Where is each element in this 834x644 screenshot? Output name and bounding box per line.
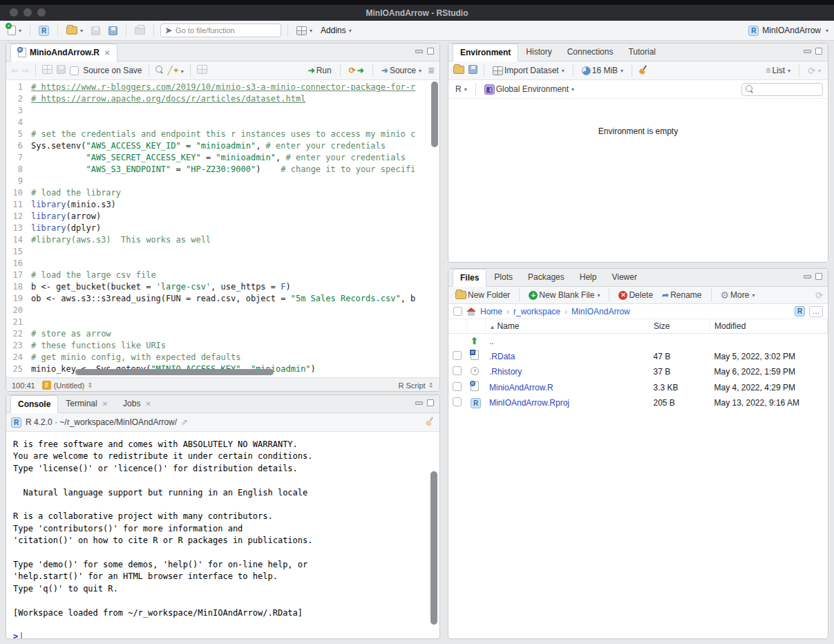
window-controls[interactable] xyxy=(10,8,46,17)
breadcrumb-home[interactable]: Home xyxy=(480,307,502,316)
breadcrumb-project[interactable]: MinIOAndArrow xyxy=(571,307,630,316)
tab-packages[interactable]: Packages xyxy=(520,268,572,286)
code-line[interactable]: 12library(arrow) xyxy=(6,211,439,222)
maximize-pane-icon[interactable] xyxy=(427,399,434,406)
code-line[interactable]: 4 xyxy=(6,117,439,129)
save-button[interactable] xyxy=(89,25,102,37)
print-button[interactable] xyxy=(133,26,147,36)
rerun-button[interactable]: ⟳➜ xyxy=(347,64,366,77)
refresh-environment-button[interactable]: ⟳▾ xyxy=(806,64,823,77)
minimize-pane-icon[interactable] xyxy=(804,50,811,53)
tab-help[interactable]: Help xyxy=(572,268,605,286)
code-line[interactable]: 24# get minio config, with expected defa… xyxy=(6,352,439,363)
code-line[interactable]: 9 xyxy=(6,176,439,187)
editor-tab-minioandarrow[interactable]: R MinioAndArrow.R ✕ xyxy=(10,44,117,61)
pane-layout-button[interactable]: ▾ xyxy=(294,25,314,37)
code-line[interactable]: 15 xyxy=(6,246,439,258)
select-all-checkbox[interactable] xyxy=(453,307,462,316)
tab-connections[interactable]: Connections xyxy=(560,43,621,61)
file-checkbox[interactable] xyxy=(453,366,462,375)
code-line[interactable]: 1# https://www.r-bloggers.com/2019/10/mi… xyxy=(6,82,439,93)
console-prompt-line[interactable]: > xyxy=(13,631,427,639)
vertical-scrollbar[interactable] xyxy=(431,82,438,147)
file-checkbox[interactable] xyxy=(453,397,462,406)
source-button[interactable]: ➜Source▾ xyxy=(379,64,424,77)
tab-console[interactable]: Console xyxy=(10,395,58,413)
delete-file-button[interactable]: ✕Delete xyxy=(616,289,655,301)
back-button[interactable]: ⇦ xyxy=(11,66,18,75)
zoom-window-button[interactable] xyxy=(37,8,46,17)
list-view-button[interactable]: ≡ List ▾ xyxy=(764,64,793,77)
open-in-window-icon[interactable]: ⇗ xyxy=(181,417,188,427)
save-all-button[interactable] xyxy=(106,25,120,37)
code-line[interactable]: 16 xyxy=(6,258,439,269)
console-output[interactable]: R is free software and comes with ABSOLU… xyxy=(6,432,439,627)
code-line[interactable]: 19ob <- aws.s3::s3read_using(FUN = read.… xyxy=(6,293,439,305)
environment-search-input[interactable] xyxy=(757,84,819,95)
code-tools-button[interactable]: ╱✦▾ xyxy=(168,66,184,75)
find-replace-button[interactable] xyxy=(155,66,164,76)
goto-file-input[interactable] xyxy=(176,26,265,35)
table-row[interactable]: R.RData47 BMay 5, 2022, 3:02 PM xyxy=(448,348,828,364)
breadcrumb-r-workspace[interactable]: r_workspace xyxy=(513,307,560,316)
compile-report-button[interactable] xyxy=(197,65,207,76)
source-on-save-checkbox[interactable] xyxy=(70,66,79,75)
clear-environment-button[interactable] xyxy=(638,65,648,77)
home-icon[interactable] xyxy=(466,307,476,316)
tab-plots[interactable]: Plots xyxy=(486,268,520,286)
environment-scope-selector[interactable]: ◧ Global Environment ▾ xyxy=(482,83,576,96)
code-line[interactable]: 14#library(aws.s3) This works as well xyxy=(6,234,439,246)
r-project-icon[interactable]: R xyxy=(795,306,805,316)
load-workspace-button[interactable] xyxy=(453,66,464,76)
new-project-button[interactable]: R xyxy=(37,24,51,37)
table-row[interactable]: RMinioAndArrow.R3.3 KBMay 4, 2022, 4:29 … xyxy=(448,379,828,395)
code-line[interactable]: 17# load the large csv file xyxy=(6,269,439,281)
code-line[interactable]: 20 xyxy=(6,305,439,316)
column-name[interactable]: ▲Name xyxy=(485,319,650,334)
minimize-pane-icon[interactable] xyxy=(415,401,423,405)
more-actions-button[interactable]: ⚙More▾ xyxy=(719,289,757,301)
code-line[interactable]: 8 "AWS_S3_ENDPOINT" = "HP-Z230:9000") # … xyxy=(6,164,439,176)
code-line[interactable]: 3 xyxy=(6,105,439,117)
table-row[interactable]: .Rhistory37 BMay 6, 2022, 1:59 PM xyxy=(448,364,828,379)
table-row[interactable]: ⬆.. xyxy=(448,334,828,349)
tab-jobs[interactable]: Jobs✕ xyxy=(115,395,159,413)
goto-file-search[interactable]: ➤ xyxy=(160,23,281,37)
code-editor[interactable]: 1# https://www.r-bloggers.com/2019/10/mi… xyxy=(6,80,439,377)
code-line[interactable]: 23# these functions like URIs xyxy=(6,340,439,352)
maximize-pane-icon[interactable] xyxy=(815,48,822,55)
file-name-link[interactable]: .Rhistory xyxy=(489,367,522,377)
tab-history[interactable]: History xyxy=(518,43,559,61)
code-line[interactable]: 11library(minio.s3) xyxy=(6,199,439,211)
import-dataset-button[interactable]: Import Dataset ▾ xyxy=(491,64,567,77)
popout-window-button[interactable] xyxy=(42,65,53,76)
code-line[interactable]: 13library(dplyr) xyxy=(6,222,439,234)
close-icon[interactable]: ✕ xyxy=(102,400,108,408)
code-line[interactable]: 5# set the credentials and endpoint this… xyxy=(6,129,439,140)
close-icon[interactable]: ✕ xyxy=(104,49,110,57)
addins-menu-button[interactable]: Addins▾ xyxy=(319,24,354,37)
file-checkbox[interactable] xyxy=(453,382,462,391)
code-line[interactable]: 26 xyxy=(6,375,439,377)
environment-search[interactable] xyxy=(741,83,823,96)
vertical-scrollbar[interactable] xyxy=(430,471,437,625)
language-selector[interactable]: R▾ xyxy=(453,83,469,95)
file-checkbox[interactable] xyxy=(453,351,462,360)
document-outline-button[interactable]: ≣ xyxy=(428,66,435,75)
code-line[interactable]: 10# load the library xyxy=(6,187,439,199)
maximize-pane-icon[interactable] xyxy=(815,273,822,280)
minimize-pane-icon[interactable] xyxy=(415,50,423,53)
forward-button[interactable]: ⇨ xyxy=(22,66,29,75)
new-blank-file-button[interactable]: +New Blank File▾ xyxy=(527,289,602,301)
clear-console-button[interactable] xyxy=(425,417,435,428)
tab-terminal[interactable]: Terminal✕ xyxy=(58,395,115,413)
column-modified[interactable]: Modified xyxy=(710,319,828,334)
section-selector[interactable]: # (Untitled) ⇕ xyxy=(42,381,93,390)
save-source-button[interactable] xyxy=(57,65,66,76)
table-row[interactable]: RMinIOAndArrow.Rproj205 BMay 13, 2022, 9… xyxy=(448,395,828,410)
new-folder-button[interactable]: New Folder xyxy=(453,289,512,301)
tab-viewer[interactable]: Viewer xyxy=(604,268,644,286)
minimize-pane-icon[interactable] xyxy=(804,275,811,278)
tab-environment[interactable]: Environment xyxy=(453,44,518,61)
column-size[interactable]: Size xyxy=(650,319,710,334)
